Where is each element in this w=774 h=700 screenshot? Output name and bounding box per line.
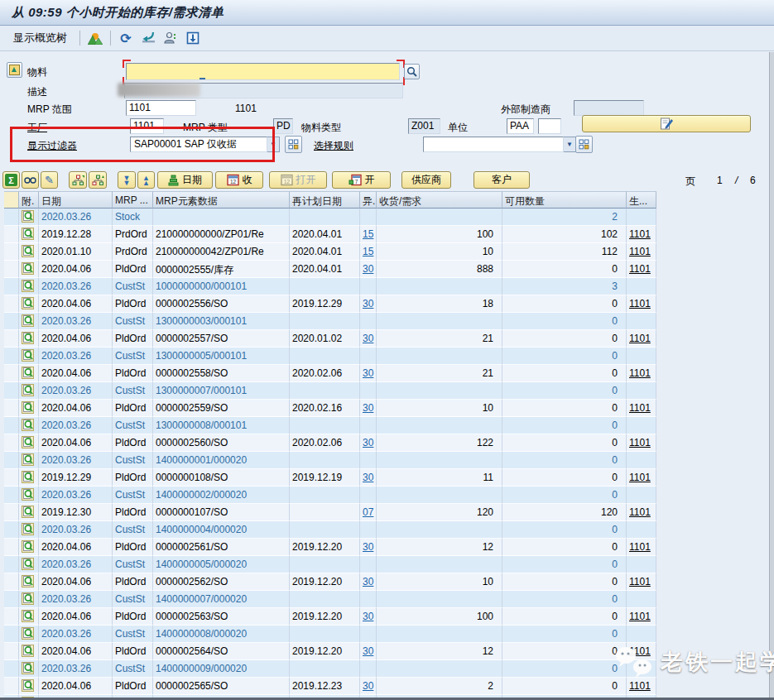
table-row[interactable]: 2020.03.26CustSt1400000002/0000200 [4,487,656,504]
order-report-down-button[interactable] [89,171,107,189]
inbox-download-icon[interactable] [185,31,200,46]
order-report-up-button[interactable] [69,171,87,189]
detail-magnifier-icon[interactable] [22,630,34,642]
detail-magnifier-icon[interactable] [22,544,34,555]
table-row[interactable]: 2020.04.06PldOrd0000002556/SO2019.12.293… [4,295,656,313]
scrollbar-track[interactable] [769,52,774,700]
table-row[interactable]: 2020.04.06PldOrd0000002560/SO2020.02.063… [4,434,656,452]
plant-link[interactable]: 1101 [629,367,651,379]
table-row[interactable]: 2020.04.06PldOrd0000002558/SO2020.02.063… [4,365,656,382]
detail-magnifier-icon[interactable] [22,318,34,329]
column-header-mrp-element[interactable]: MRP元素数据 [153,191,290,209]
column-header-attachment[interactable]: 附. [19,191,39,209]
table-row[interactable]: 2020.03.26CustSt1400000001/0000200 [4,452,656,469]
table-row[interactable]: 2020.03.26CustSt1300000005/0001010 [4,348,656,365]
detail-magnifier-icon[interactable] [22,405,34,416]
receipts-button[interactable]: 12 收 [215,171,263,189]
filter-multiple-selection-button[interactable] [285,136,302,153]
selection-rule-value[interactable] [423,137,564,152]
column-header-plant[interactable]: 生... [627,191,656,209]
table-row[interactable]: 2020.03.26CustSt1400000004/0000200 [4,521,656,539]
table-row[interactable]: 2019.12.30PldOrd0000000107/SO07120120110… [4,504,656,521]
plant-link[interactable]: 1101 [629,263,651,275]
mountain-scene-icon[interactable] [88,31,103,46]
exception-link[interactable]: 15 [363,246,373,257]
table-row[interactable]: 2020.04.06PldOrd0000002559/SO2020.02.163… [4,400,656,417]
detail-magnifier-icon[interactable] [22,439,34,451]
table-row[interactable]: 2020.03.26CustSt1400000005/0000200 [4,556,656,573]
table-row[interactable]: 2020.04.06PldOrd0000002562/SO2019.12.203… [4,573,656,591]
exception-link[interactable]: 30 [363,437,373,448]
column-header-date[interactable]: 日期 [39,191,113,209]
selection-rule-combo[interactable]: ▼ [423,137,576,152]
detail-magnifier-icon[interactable] [22,283,34,295]
exception-link[interactable]: 30 [363,541,373,553]
mrp-area-input[interactable]: 1101 [126,100,196,116]
select-all-header[interactable] [4,191,19,209]
rule-multiple-selection-button[interactable] [575,136,593,153]
page-current[interactable]: 1 [717,175,723,186]
detail-magnifier-icon[interactable] [22,231,34,242]
exception-link[interactable]: 15 [363,228,373,240]
plant-link[interactable]: 1101 [629,576,651,587]
column-header-available-qty[interactable]: 可用数量 [502,191,627,209]
exception-link[interactable]: 30 [363,402,373,414]
table-row[interactable]: 2020.03.26CustSt1300000007/0001010 [4,382,656,400]
detail-magnifier-icon[interactable] [22,457,34,468]
material-folder-icon[interactable] [7,62,22,78]
plant-link[interactable]: 1101 [629,402,651,414]
material-input[interactable]: FERT01001 [126,63,400,80]
goto-next-icon[interactable] [141,31,156,46]
detail-magnifier-icon[interactable] [22,648,34,659]
chevron-down-icon[interactable]: ▼ [564,137,576,152]
date-button[interactable]: 日期 [157,171,213,189]
plant-link[interactable]: 1101 [629,506,651,518]
table-row[interactable]: 2020.04.06PldOrd0000002561/SO2019.12.203… [4,539,656,556]
detail-magnifier-icon[interactable] [22,596,34,607]
table-row[interactable]: 2019.12.28PrdOrd210000000000/ZP01/Re2020… [4,226,656,243]
detail-magnifier-icon[interactable] [22,213,34,225]
detail-magnifier-icon[interactable] [22,578,34,590]
table-row[interactable]: 2020.01.10PrdOrd210000000042/ZP01/Re2020… [4,243,656,261]
detail-magnifier-icon[interactable] [22,509,34,520]
table-row[interactable]: 2020.03.26CustSt1400000007/0000200 [4,591,656,608]
detail-magnifier-icon[interactable] [22,352,34,364]
detail-magnifier-icon[interactable] [22,266,34,277]
detail-magnifier-icon[interactable] [22,526,34,538]
open-button[interactable]: 12 打开 [269,171,327,189]
exception-link[interactable]: 30 [363,367,373,379]
column-header-receipt-reqmt[interactable]: 收货/需求 [377,191,502,209]
exception-link[interactable]: 30 [363,333,373,344]
show-overview-tree-button[interactable]: 显示概览树 [8,29,72,47]
table-row[interactable]: 2019.12.29PldOrd0000000108/SO2019.12.193… [4,469,656,487]
scroll-up-button[interactable]: ▲▲ [137,171,155,189]
detail-magnifier-icon[interactable] [22,248,34,260]
column-header-reschedule-date[interactable]: 再计划日期 [290,191,360,209]
table-row[interactable]: 2020.03.26CustSt1300000008/0001010 [4,417,656,434]
refresh-icon[interactable]: ⟳ [118,31,133,46]
material-search-button[interactable] [404,64,420,79]
exception-link[interactable]: 30 [363,576,373,587]
column-header-mrp-type[interactable]: MRP ... [113,191,153,209]
period-totals-button[interactable]: 7 开 [332,171,391,189]
plant-link[interactable]: 1101 [629,246,651,257]
detail-magnifier-icon[interactable] [22,370,34,381]
plant-link[interactable]: 1101 [629,680,651,692]
table-row[interactable]: 2020.03.26CustSt1000000000/0001013 [4,278,656,295]
plant-link[interactable]: 1101 [629,541,651,553]
detail-magnifier-icon[interactable] [22,683,34,694]
detail-magnifier-icon[interactable] [22,491,34,503]
display-details-button[interactable] [22,171,39,189]
exception-link[interactable]: 30 [363,645,373,657]
table-row[interactable]: 2020.03.26CustSt1400000008/0000200 [4,626,656,643]
exception-link[interactable]: 30 [363,680,373,692]
table-row[interactable]: 2020.04.06PldOrd0000002555/库存2020.04.013… [4,261,656,278]
table-row[interactable]: 2020.03.26CustSt1300000003/0001010 [4,313,656,330]
exception-link[interactable]: 30 [363,611,373,622]
plant-link[interactable]: 1101 [629,437,651,448]
change-button[interactable]: ✎ [41,171,58,189]
plant-link[interactable]: 1101 [629,298,651,309]
exception-link[interactable]: 30 [363,472,373,483]
detail-magnifier-icon[interactable] [22,387,34,399]
customer-button[interactable]: 客户 [474,171,530,189]
